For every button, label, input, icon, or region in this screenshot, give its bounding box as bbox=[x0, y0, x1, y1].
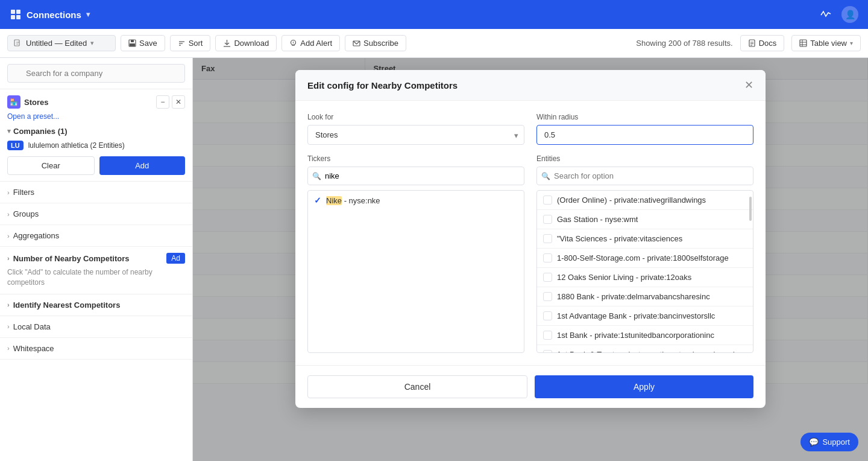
support-label: Support bbox=[822, 437, 850, 447]
companies-header[interactable]: ▾ Companies (1) bbox=[7, 127, 185, 136]
user-avatar[interactable]: 👤 bbox=[841, 6, 858, 23]
stores-icon: 🏪 bbox=[7, 95, 20, 109]
add-button[interactable]: Add bbox=[99, 156, 186, 175]
brand-area[interactable]: Connections ▾ bbox=[10, 8, 90, 21]
entity-item[interactable]: 12 Oaks Senior Living - private:12oaks bbox=[537, 268, 753, 287]
svg-rect-22 bbox=[800, 40, 807, 46]
groups-chevron-icon: › bbox=[7, 211, 10, 218]
entity-checkbox[interactable] bbox=[543, 273, 552, 282]
svg-rect-7 bbox=[130, 43, 135, 46]
entity-label: 12 Oaks Senior Living - private:12oaks bbox=[557, 273, 691, 282]
whitespace-label: Whitespace bbox=[13, 344, 54, 353]
svg-rect-2 bbox=[11, 15, 15, 19]
file-title[interactable]: Untitled — Edited ▾ bbox=[7, 35, 116, 51]
entity-label: 1st Bank & Trust - private:southeasternb… bbox=[557, 350, 743, 353]
download-button[interactable]: Download bbox=[215, 35, 277, 51]
entity-item[interactable]: "Vita Sciences - private:vitasciences bbox=[537, 229, 753, 249]
entity-item[interactable]: 1880 Bank - private:delmarvabancsharesin… bbox=[537, 287, 753, 307]
svg-rect-1 bbox=[16, 10, 20, 14]
sidebar-item-whitespace[interactable]: › Whitespace bbox=[0, 338, 192, 360]
modal-overlay: Edit config for Nearby Competitors ✕ Loo… bbox=[193, 58, 868, 461]
entities-label: Entities bbox=[536, 154, 753, 163]
entity-checkbox[interactable] bbox=[543, 331, 552, 340]
stores-header[interactable]: 🏪 Stores − ✕ bbox=[7, 95, 185, 109]
company-search-input[interactable] bbox=[7, 64, 185, 83]
nearby-header[interactable]: › Number of Nearby Competitors Ad bbox=[7, 253, 185, 264]
table-view-chevron[interactable]: ▾ bbox=[850, 40, 853, 46]
entity-label: 1st Bank - private:1stunitedbancorporati… bbox=[557, 331, 714, 340]
apply-button[interactable]: Apply bbox=[535, 375, 753, 398]
tickers-search-icon: 🔍 bbox=[312, 172, 321, 180]
entities-search-input[interactable] bbox=[536, 167, 753, 185]
entity-checkbox[interactable] bbox=[543, 196, 552, 205]
entity-checkbox[interactable] bbox=[543, 311, 552, 320]
nav-chevron[interactable]: ▾ bbox=[86, 10, 90, 19]
svg-rect-0 bbox=[11, 10, 15, 14]
clear-button[interactable]: Clear bbox=[7, 156, 95, 175]
file-chevron[interactable]: ▾ bbox=[90, 39, 94, 47]
toolbar-right: Showing 200 of 788 results. Docs Table v… bbox=[636, 35, 861, 51]
support-icon: 💬 bbox=[809, 437, 819, 447]
tickers-label: Tickers bbox=[307, 154, 524, 163]
sidebar-item-local-data[interactable]: › Local Data bbox=[0, 316, 192, 338]
sidebar-item-aggregations[interactable]: › Aggregations bbox=[0, 225, 192, 247]
entity-checkbox[interactable] bbox=[543, 253, 552, 262]
look-for-select-wrap: Stores Restaurants Banks Gas Stations bbox=[307, 125, 524, 145]
entity-item[interactable]: 1st Advantage Bank - private:bancinvesto… bbox=[537, 307, 753, 326]
look-for-radius-row: Look for Stores Restaurants Banks Gas St… bbox=[307, 113, 753, 145]
toolbar: Untitled — Edited ▾ Save Sort Download A… bbox=[0, 29, 868, 58]
stores-title: Stores bbox=[24, 98, 48, 107]
add-alert-button[interactable]: Add Alert bbox=[281, 35, 340, 51]
entity-item[interactable]: 1-800-Self-Storage.com - private:1800sel… bbox=[537, 249, 753, 268]
entities-scrollbar[interactable] bbox=[749, 197, 752, 221]
entities-search-wrap: 🔍 bbox=[536, 167, 753, 185]
tickers-search-input[interactable] bbox=[307, 167, 524, 185]
support-button[interactable]: 💬 Support bbox=[800, 433, 858, 451]
entity-item[interactable]: 1st Bank - private:1stunitedbancorporati… bbox=[537, 326, 753, 345]
entities-search-icon: 🔍 bbox=[541, 172, 550, 180]
modal: Edit config for Nearby Competitors ✕ Loo… bbox=[295, 70, 766, 408]
entity-item[interactable]: (Order Online) - private:nativegrillandw… bbox=[537, 191, 753, 210]
identify-header[interactable]: › Identify Nearest Competitors bbox=[7, 300, 185, 310]
entity-item[interactable]: Gas Station - nyse:wmt bbox=[537, 210, 753, 229]
svg-point-15 bbox=[293, 43, 294, 44]
docs-button[interactable]: Docs bbox=[740, 35, 785, 51]
nearby-add-button[interactable]: Ad bbox=[166, 253, 185, 264]
entity-checkbox[interactable] bbox=[543, 234, 552, 243]
nearby-chevron-icon: › bbox=[7, 255, 10, 262]
cancel-button[interactable]: Cancel bbox=[307, 375, 527, 398]
entity-checkbox[interactable] bbox=[543, 215, 552, 224]
table-view-button[interactable]: Table view ▾ bbox=[791, 35, 861, 51]
ticker-item-nike[interactable]: ✓ Nike - nyse:nke bbox=[308, 191, 524, 210]
companies-chevron-icon: ▾ bbox=[7, 127, 11, 135]
brand-icon bbox=[10, 8, 22, 21]
within-radius-col: Within radius bbox=[536, 113, 753, 145]
tickers-panel: Tickers 🔍 ✓ Nike - nyse:nke bbox=[307, 154, 524, 353]
modal-close-button[interactable]: ✕ bbox=[744, 80, 753, 91]
identify-title: Identify Nearest Competitors bbox=[13, 300, 121, 310]
entity-item[interactable]: 1st Bank & Trust - private:southeasternb… bbox=[537, 345, 753, 353]
entities-list: (Order Online) - private:nativegrillandw… bbox=[536, 190, 753, 353]
sidebar-item-groups[interactable]: › Groups bbox=[0, 203, 192, 225]
results-text: Showing 200 of 788 results. bbox=[636, 39, 732, 48]
sort-button[interactable]: Sort bbox=[170, 35, 211, 51]
tickers-entities-area: Tickers 🔍 ✓ Nike - nyse:nke bbox=[307, 154, 753, 353]
radius-input[interactable] bbox=[536, 125, 753, 145]
company-name: lululemon athletica (2 Entities) bbox=[28, 141, 125, 150]
save-button[interactable]: Save bbox=[121, 35, 165, 51]
entity-checkbox[interactable] bbox=[543, 292, 552, 301]
activity-icon[interactable] bbox=[820, 8, 832, 22]
companies-section: ▾ Companies (1) LU lululemon athletica (… bbox=[7, 127, 185, 150]
table-view-label: Table view bbox=[810, 39, 847, 48]
entity-label: Gas Station - nyse:wmt bbox=[557, 215, 638, 224]
sidebar-item-filters[interactable]: › Filters bbox=[0, 182, 192, 203]
look-for-select[interactable]: Stores Restaurants Banks Gas Stations bbox=[307, 125, 524, 145]
main-layout: 🔍 🏪 Stores − ✕ Open a preset... ▾ bbox=[0, 58, 868, 461]
stores-minus-btn[interactable]: − bbox=[156, 95, 169, 109]
modal-title: Edit config for Nearby Competitors bbox=[307, 80, 458, 91]
tickers-list: ✓ Nike - nyse:nke bbox=[307, 190, 524, 353]
subscribe-button[interactable]: Subscribe bbox=[345, 35, 406, 51]
preset-link[interactable]: Open a preset... bbox=[7, 112, 185, 121]
entity-checkbox[interactable] bbox=[543, 350, 552, 353]
stores-close-btn[interactable]: ✕ bbox=[172, 95, 185, 109]
